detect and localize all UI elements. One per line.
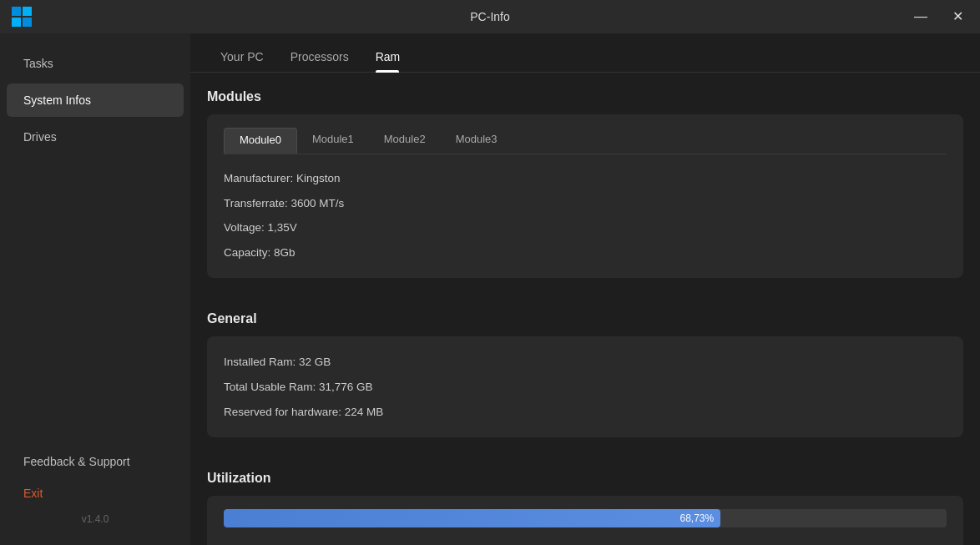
tab-ram[interactable]: Ram bbox=[362, 43, 414, 72]
app-body: Tasks System Infos Drives Feedback & Sup… bbox=[0, 33, 980, 545]
app-logo bbox=[10, 5, 33, 28]
modules-section: Modules Module0 Module1 Module2 Module3 bbox=[190, 73, 980, 278]
tab-processors[interactable]: Processors bbox=[277, 43, 362, 72]
sidebar-feedback[interactable]: Feedback & Support bbox=[7, 445, 184, 478]
close-button[interactable]: ✕ bbox=[946, 7, 970, 27]
svg-rect-7 bbox=[23, 18, 32, 27]
general-info-0: Installed Ram: 32 GB bbox=[224, 350, 947, 375]
general-info-1: Total Usable Ram: 31,776 GB bbox=[224, 375, 947, 400]
sidebar-item-drives[interactable]: Drives bbox=[7, 120, 184, 154]
progress-bar-wrap: 68,73% bbox=[224, 509, 947, 527]
utilization-card: 68,73% Ram used: 21,839 GB Free ram: 9,9… bbox=[207, 496, 963, 545]
utilization-info-0: Ram used: 21,839 GB bbox=[224, 537, 947, 545]
tab-your-pc[interactable]: Your PC bbox=[207, 43, 277, 72]
general-title: General bbox=[207, 311, 963, 326]
utilization-section: Utilization 68,73% Ram used: 21,839 GB F… bbox=[190, 454, 980, 545]
window-controls: — ✕ bbox=[907, 7, 970, 27]
sidebar-item-tasks[interactable]: Tasks bbox=[7, 47, 184, 80]
progress-label: 68,73% bbox=[679, 512, 714, 524]
utilization-title: Utilization bbox=[207, 471, 963, 486]
module-tab-0[interactable]: Module0 bbox=[224, 128, 297, 154]
module-info-1: Transferrate: 3600 MT/s bbox=[224, 191, 947, 216]
sidebar: Tasks System Infos Drives Feedback & Sup… bbox=[0, 33, 190, 545]
module-info-0: Manufacturer: Kingston bbox=[224, 166, 947, 191]
svg-rect-4 bbox=[12, 7, 21, 16]
title-bar: PC-Info — ✕ bbox=[0, 0, 980, 33]
module-info-3: Capacity: 8Gb bbox=[224, 240, 947, 265]
general-info-2: Reserved for hardware: 224 MB bbox=[224, 400, 947, 425]
main-tabs: Your PC Processors Ram bbox=[190, 33, 980, 73]
module-info-2: Voltage: 1,35V bbox=[224, 215, 947, 240]
minimize-button[interactable]: — bbox=[907, 7, 934, 27]
general-card: Installed Ram: 32 GB Total Usable Ram: 3… bbox=[207, 336, 963, 437]
progress-container: 68,73% bbox=[224, 509, 947, 527]
modules-title: Modules bbox=[207, 89, 963, 104]
module-tab-2[interactable]: Module2 bbox=[369, 128, 441, 154]
main-content: Your PC Processors Ram Modules Module0 M… bbox=[190, 33, 980, 545]
app-title: PC-Info bbox=[470, 10, 509, 23]
svg-rect-6 bbox=[12, 18, 21, 27]
sidebar-exit[interactable]: Exit bbox=[7, 480, 184, 507]
module-tabs: Module0 Module1 Module2 Module3 bbox=[224, 128, 947, 154]
module-tab-3[interactable]: Module3 bbox=[441, 128, 513, 154]
modules-card: Module0 Module1 Module2 Module3 Manufact… bbox=[207, 114, 963, 278]
module-tab-1[interactable]: Module1 bbox=[297, 128, 369, 154]
general-section: General Installed Ram: 32 GB Total Usabl… bbox=[190, 295, 980, 437]
svg-rect-5 bbox=[23, 7, 32, 16]
sidebar-item-system-infos[interactable]: System Infos bbox=[7, 83, 184, 117]
sidebar-version: v1.4.0 bbox=[0, 508, 190, 528]
progress-bar-fill: 68,73% bbox=[224, 509, 720, 527]
